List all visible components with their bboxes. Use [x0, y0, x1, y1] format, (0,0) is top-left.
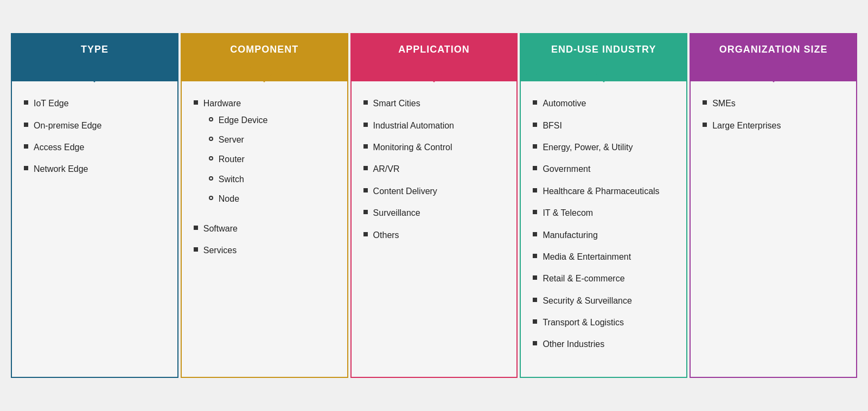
list-item: Other Industries [533, 338, 676, 350]
item-label: Monitoring & Control [373, 143, 452, 152]
sub-list-item: Router [203, 153, 337, 165]
list-item: Software [194, 223, 337, 235]
sub-item-label: Edge Device [219, 114, 268, 126]
list-item: Content Delivery [363, 185, 507, 197]
list-item: Transport & Logistics [533, 317, 676, 329]
column-component: COMPONENTHardwareEdge DeviceServerRouter… [181, 33, 348, 378]
bullet-square-icon [533, 341, 537, 345]
column-application: APPLICATIONSmart CitiesIndustrial Automa… [350, 33, 518, 378]
industry-title: END-USE INDUSTRY [551, 44, 656, 65]
bullet-square-icon [533, 123, 537, 127]
bullet-circle-icon [209, 137, 213, 141]
item-label: Transport & Logistics [542, 318, 624, 327]
item-label: Surveillance [373, 208, 420, 217]
bullet-square-icon [194, 226, 198, 230]
org-arrow [758, 66, 789, 82]
application-body: Smart CitiesIndustrial AutomationMonitor… [352, 81, 517, 377]
org-title: ORGANIZATION SIZE [719, 44, 828, 65]
component-header: COMPONENT [182, 34, 347, 81]
list-item: Manufacturing [533, 229, 676, 241]
industry-arrow [589, 66, 619, 82]
sub-list-item: Node [203, 193, 337, 205]
item-label: Government [542, 164, 590, 174]
item-label: AR/VR [373, 164, 400, 174]
item-label: On-premise Edge [34, 121, 101, 130]
bullet-square-icon [24, 166, 28, 170]
bullet-square-icon [533, 188, 537, 192]
component-body: HardwareEdge DeviceServerRouterSwitchNod… [182, 81, 347, 377]
item-label: Retail & E-commerce [542, 274, 624, 283]
sub-list-item: Switch [203, 174, 337, 185]
bullet-square-icon [363, 100, 368, 105]
item-label: SMEs [712, 99, 736, 108]
item-label: Media & Entertainment [542, 252, 631, 261]
org-body: SMEsLarge Enterprises [691, 81, 856, 377]
type-body: IoT EdgeOn-premise EdgeAccess EdgeNetwor… [12, 81, 177, 377]
list-item: On-premise Edge [24, 120, 168, 132]
list-item: Automotive [533, 98, 676, 110]
list-item: Monitoring & Control [363, 142, 507, 153]
bullet-square-icon [194, 247, 198, 252]
list-item: Large Enterprises [703, 120, 846, 132]
sub-list-item: Server [203, 134, 337, 146]
item-label: IoT Edge [34, 99, 69, 108]
item-label: Services [203, 246, 237, 255]
item-label: Content Delivery [373, 187, 437, 196]
application-arrow [419, 66, 449, 82]
bullet-circle-icon [209, 176, 213, 181]
list-item: Network Edge [24, 163, 168, 175]
item-label: Large Enterprises [712, 121, 781, 130]
bullet-square-icon [363, 123, 368, 127]
list-item: Smart Cities [363, 98, 507, 110]
bullet-square-icon [533, 144, 537, 149]
item-label: Automotive [542, 99, 586, 108]
bullet-square-icon [533, 210, 537, 214]
list-item: IT & Telecom [533, 207, 676, 219]
bullet-square-icon [533, 232, 537, 236]
bullet-square-icon [703, 100, 707, 105]
bullet-square-icon [533, 254, 537, 258]
bullet-square-icon [533, 166, 537, 170]
list-item: Healthcare & Pharmaceuticals [533, 185, 676, 197]
bullet-square-icon [363, 144, 368, 149]
bullet-square-icon [363, 232, 368, 236]
bullet-square-icon [24, 144, 28, 149]
bullet-square-icon [363, 166, 368, 170]
industry-header: END-USE INDUSTRY [521, 34, 686, 81]
bullet-circle-icon [209, 117, 213, 121]
list-item: Retail & E-commerce [533, 273, 676, 285]
item-label: IT & Telecom [542, 208, 593, 217]
list-item: Industrial Automation [363, 120, 507, 132]
list-item: Energy, Power, & Utility [533, 142, 676, 153]
list-item: Security & Surveillance [533, 295, 676, 307]
item-label: Energy, Power, & Utility [542, 143, 633, 152]
bullet-square-icon [533, 319, 537, 324]
list-item: Access Edge [24, 142, 168, 153]
type-header: TYPE [12, 34, 177, 81]
list-item: Government [533, 163, 676, 175]
item-label: BFSI [542, 121, 562, 130]
item-label: Hardware [203, 99, 241, 108]
item-label: Healthcare & Pharmaceuticals [542, 187, 659, 196]
component-arrow [249, 66, 279, 82]
sub-item-label: Router [219, 153, 245, 165]
industry-body: AutomotiveBFSIEnergy, Power, & UtilityGo… [521, 81, 686, 377]
list-item: BFSI [533, 120, 676, 132]
list-item: Media & Entertainment [533, 251, 676, 263]
item-label: Software [203, 224, 238, 233]
column-type: TYPEIoT EdgeOn-premise EdgeAccess EdgeNe… [11, 33, 178, 378]
column-org: ORGANIZATION SIZESMEsLarge Enterprises [690, 33, 857, 378]
list-item: AR/VR [363, 163, 507, 175]
bullet-square-icon [363, 188, 368, 192]
bullet-circle-icon [209, 156, 213, 160]
item-label: Manufacturing [542, 230, 597, 240]
item-label: Smart Cities [373, 99, 420, 108]
bullet-square-icon [24, 123, 28, 127]
bullet-square-icon [24, 100, 28, 105]
bullet-square-icon [363, 210, 368, 214]
item-label: Others [373, 230, 399, 240]
list-item: IoT Edge [24, 98, 168, 110]
bullet-square-icon [533, 275, 537, 280]
list-item: HardwareEdge DeviceServerRouterSwitchNod… [194, 98, 337, 213]
item-label: Security & Surveillance [542, 296, 632, 305]
